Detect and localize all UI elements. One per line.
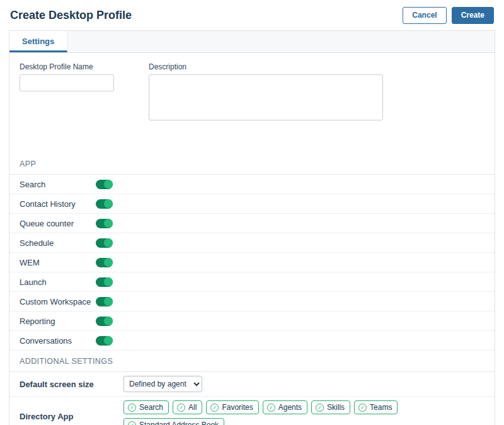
app-section-heading: APP bbox=[9, 153, 495, 175]
toggle-switch-icon[interactable] bbox=[96, 238, 113, 248]
chip-label: Skills bbox=[327, 403, 345, 412]
app-toggle-label: Custom Workspace bbox=[20, 297, 96, 306]
directory-app-row: Directory App ✓Search✓All✓Favorites✓Agen… bbox=[9, 397, 495, 425]
check-circle-icon: ✓ bbox=[128, 421, 136, 425]
app-toggle-list: SearchContact HistoryQueue counterSchedu… bbox=[9, 175, 495, 351]
chip-skills[interactable]: ✓Skills bbox=[311, 400, 350, 414]
chip-label: Favorites bbox=[222, 403, 253, 412]
chip-label: Agents bbox=[278, 403, 302, 412]
chip-teams[interactable]: ✓Teams bbox=[354, 400, 398, 414]
chip-favorites[interactable]: ✓Favorites bbox=[206, 400, 258, 414]
description-field-group: Description bbox=[149, 62, 383, 123]
app-toggle-label: Conversations bbox=[20, 336, 96, 346]
settings-card: Settings Desktop Profile Name Descriptio… bbox=[9, 30, 495, 425]
tab-settings[interactable]: Settings bbox=[9, 31, 67, 52]
app-toggle-row: Search bbox=[9, 175, 495, 194]
chip-label: Standard Address Book bbox=[139, 421, 219, 425]
name-label: Desktop Profile Name bbox=[20, 62, 114, 71]
name-input[interactable] bbox=[20, 74, 114, 91]
default-screen-size-select[interactable]: Defined by agent bbox=[123, 376, 202, 392]
toggle-switch-icon[interactable] bbox=[96, 180, 113, 189]
tab-bar: Settings bbox=[9, 31, 495, 53]
app-toggle-label: Queue counter bbox=[20, 219, 96, 228]
app-toggle-label: Contact History bbox=[20, 199, 96, 209]
toggle-switch-icon[interactable] bbox=[96, 297, 113, 306]
chip-label: Teams bbox=[370, 403, 392, 412]
chip-search[interactable]: ✓Search bbox=[123, 400, 169, 414]
check-circle-icon: ✓ bbox=[128, 404, 136, 412]
chip-all[interactable]: ✓All bbox=[173, 400, 202, 414]
additional-settings-heading: ADDITIONAL SETTINGS bbox=[9, 351, 495, 372]
profile-form: Desktop Profile Name Description bbox=[9, 53, 495, 129]
app-toggle-label: WEM bbox=[20, 258, 96, 267]
check-circle-icon: ✓ bbox=[316, 404, 324, 412]
toggle-switch-icon[interactable] bbox=[96, 258, 113, 267]
app-toggle-label: Reporting bbox=[20, 317, 96, 326]
directory-app-chips: ✓Search✓All✓Favorites✓Agents✓Skills✓Team… bbox=[123, 400, 484, 425]
create-desktop-profile-page: Create Desktop Profile Cancel Create Set… bbox=[0, 0, 504, 425]
app-toggle-label: Launch bbox=[20, 277, 96, 287]
app-toggle-row: Custom Workspace bbox=[9, 292, 495, 311]
app-toggle-row: Schedule bbox=[9, 233, 495, 253]
app-toggle-row: Launch bbox=[9, 272, 495, 292]
app-toggle-row: Conversations bbox=[9, 331, 495, 351]
page-header: Create Desktop Profile Cancel Create bbox=[0, 0, 504, 30]
chip-agents[interactable]: ✓Agents bbox=[263, 400, 307, 414]
app-toggle-label: Schedule bbox=[20, 238, 96, 248]
name-field-group: Desktop Profile Name bbox=[20, 62, 114, 123]
toggle-switch-icon[interactable] bbox=[96, 199, 113, 209]
page-title: Create Desktop Profile bbox=[10, 9, 132, 22]
default-screen-size-row: Default screen size Defined by agent bbox=[9, 372, 495, 397]
default-screen-size-label: Default screen size bbox=[20, 380, 123, 389]
create-button[interactable]: Create bbox=[452, 7, 494, 24]
app-toggle-row: Contact History bbox=[9, 194, 495, 214]
chip-label: Search bbox=[139, 403, 163, 412]
check-circle-icon: ✓ bbox=[358, 404, 367, 412]
description-input[interactable] bbox=[149, 74, 383, 120]
app-toggle-row: Queue counter bbox=[9, 214, 495, 233]
description-label: Description bbox=[149, 62, 383, 71]
check-circle-icon: ✓ bbox=[210, 404, 219, 412]
check-circle-icon: ✓ bbox=[177, 404, 185, 412]
header-actions: Cancel Create bbox=[403, 7, 494, 24]
toggle-switch-icon[interactable] bbox=[96, 317, 113, 326]
app-toggle-label: Search bbox=[20, 180, 96, 189]
chip-standard-address-book[interactable]: ✓Standard Address Book bbox=[123, 418, 224, 425]
check-circle-icon: ✓ bbox=[267, 404, 275, 412]
app-toggle-row: WEM bbox=[9, 253, 495, 272]
toggle-switch-icon[interactable] bbox=[96, 336, 113, 346]
directory-app-label: Directory App bbox=[20, 412, 123, 421]
toggle-switch-icon[interactable] bbox=[96, 277, 113, 287]
chip-label: All bbox=[188, 403, 197, 412]
toggle-switch-icon[interactable] bbox=[96, 219, 113, 228]
app-toggle-row: Reporting bbox=[9, 311, 495, 331]
cancel-button[interactable]: Cancel bbox=[403, 7, 446, 24]
